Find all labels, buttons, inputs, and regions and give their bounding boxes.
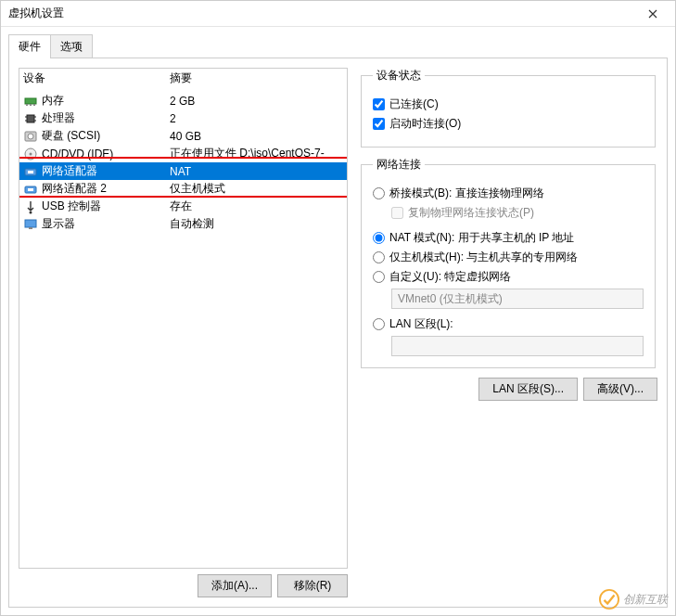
network-connection-group: 网络连接 桥接模式(B): 直接连接物理网络 复制物理网络连接状态(P) NAT… [361, 157, 656, 368]
dialog-content: 硬件 选项 设备 摘要 内存2 GB处理器2硬盘 (SCSI)40 GBCD/D… [1, 27, 675, 615]
svg-rect-1 [26, 104, 28, 106]
col-summary: 摘要 [170, 71, 192, 86]
device-status-group: 设备状态 已连接(C) 启动时连接(O) [361, 68, 656, 148]
remove-button[interactable]: 移除(R) [277, 574, 348, 597]
net-icon [23, 182, 38, 197]
svg-point-12 [30, 152, 32, 155]
replicate-checkbox [391, 207, 403, 219]
connected-label: 已连接(C) [389, 96, 439, 112]
device-row[interactable]: CD/DVD (IDE)正在使用文件 D:\iso\CentOS-7- [19, 145, 347, 162]
svg-rect-19 [29, 227, 32, 229]
device-name: 内存 [42, 93, 64, 109]
net-icon [23, 164, 38, 179]
svg-rect-18 [25, 220, 36, 227]
hostonly-radio[interactable] [373, 251, 385, 263]
replicate-label: 复制物理网络连接状态(P) [408, 205, 534, 221]
add-button[interactable]: 添加(A)... [198, 574, 272, 597]
right-pane: 设备状态 已连接(C) 启动时连接(O) 网络连接 桥接模式(B): 直接连接物 [359, 68, 657, 597]
left-buttons: 添加(A)... 移除(R) [19, 574, 348, 597]
cd-icon [23, 147, 38, 161]
left-pane: 设备 摘要 内存2 GB处理器2硬盘 (SCSI)40 GBCD/DVD (ID… [19, 68, 348, 597]
vm-settings-dialog: 虚拟机设置 硬件 选项 设备 摘要 内存2 GB处理器2硬盘 (SCSI)40 … [0, 0, 676, 616]
device-row[interactable]: 显示器自动检测 [19, 215, 347, 233]
tab-body: 设备 摘要 内存2 GB处理器2硬盘 (SCSI)40 GBCD/DVD (ID… [8, 58, 668, 608]
tabs: 硬件 选项 [8, 34, 668, 58]
bridged-radio[interactable] [373, 187, 385, 199]
device-summary: 40 GB [170, 130, 343, 143]
nat-radio[interactable] [373, 232, 385, 244]
window-title: 虚拟机设置 [8, 6, 634, 21]
connected-checkbox[interactable] [373, 98, 385, 110]
lan-segments-button[interactable]: LAN 区段(S)... [478, 378, 578, 401]
device-summary: 自动检测 [170, 216, 343, 232]
device-row[interactable]: 处理器2 [19, 109, 347, 127]
device-summary: NAT [170, 165, 343, 178]
svg-rect-4 [27, 115, 34, 122]
device-status-legend: 设备状态 [373, 68, 425, 83]
advanced-button[interactable]: 高级(V)... [583, 378, 657, 401]
custom-label: 自定义(U): 特定虚拟网络 [389, 269, 511, 285]
usb-icon [23, 199, 38, 214]
network-connection-legend: 网络连接 [373, 157, 425, 173]
col-device: 设备 [23, 71, 170, 86]
device-name: 处理器 [42, 110, 75, 126]
svg-rect-0 [25, 98, 36, 104]
device-summary: 存在 [170, 199, 343, 214]
device-row[interactable]: 内存2 GB [19, 92, 347, 109]
device-name: CD/DVD (IDE) [42, 148, 113, 160]
device-name: 显示器 [42, 216, 75, 232]
device-row[interactable]: 硬盘 (SCSI)40 GB [19, 127, 347, 145]
nat-label: NAT 模式(N): 用于共享主机的 IP 地址 [389, 230, 574, 246]
cpu-icon [23, 111, 38, 126]
titlebar: 虚拟机设置 [1, 1, 675, 27]
display-icon [23, 217, 38, 232]
svg-rect-16 [28, 188, 33, 191]
device-name: 网络适配器 [42, 163, 97, 179]
device-summary: 2 GB [170, 95, 343, 108]
hostonly-label: 仅主机模式(H): 与主机共享的专用网络 [389, 250, 578, 265]
custom-radio[interactable] [373, 271, 385, 283]
tab-options[interactable]: 选项 [50, 34, 93, 58]
svg-rect-14 [28, 171, 33, 173]
svg-point-10 [28, 134, 33, 139]
svg-rect-3 [33, 104, 35, 106]
device-list-header: 设备 摘要 [19, 69, 347, 92]
close-button[interactable] [634, 2, 671, 26]
lan-segment-select [391, 336, 644, 356]
device-name: USB 控制器 [42, 199, 101, 214]
device-summary: 仅主机模式 [170, 181, 343, 197]
disk-icon [23, 129, 38, 144]
bridged-label: 桥接模式(B): 直接连接物理网络 [389, 186, 544, 201]
right-buttons: LAN 区段(S)... 高级(V)... [359, 378, 657, 401]
connect-at-poweron-label: 启动时连接(O) [389, 116, 461, 132]
device-summary: 正在使用文件 D:\iso\CentOS-7- [170, 146, 343, 161]
device-name: 硬盘 (SCSI) [42, 128, 100, 144]
custom-network-select: VMnet0 (仅主机模式) [391, 289, 644, 309]
device-summary: 2 [170, 112, 343, 125]
close-icon [648, 9, 657, 19]
lan-segment-radio[interactable] [373, 318, 385, 330]
svg-point-17 [30, 211, 32, 213]
device-row[interactable]: USB 控制器存在 [19, 198, 347, 215]
device-list[interactable]: 设备 摘要 内存2 GB处理器2硬盘 (SCSI)40 GBCD/DVD (ID… [19, 68, 348, 569]
tab-hardware[interactable]: 硬件 [8, 34, 51, 58]
connect-at-poweron-checkbox[interactable] [373, 118, 385, 130]
lan-segment-label: LAN 区段(L): [389, 316, 453, 332]
device-row[interactable]: 网络适配器NAT [19, 162, 347, 180]
memory-icon [23, 94, 38, 109]
device-row[interactable]: 网络适配器 2仅主机模式 [19, 180, 347, 198]
svg-rect-2 [30, 104, 32, 106]
device-name: 网络适配器 2 [42, 181, 107, 197]
